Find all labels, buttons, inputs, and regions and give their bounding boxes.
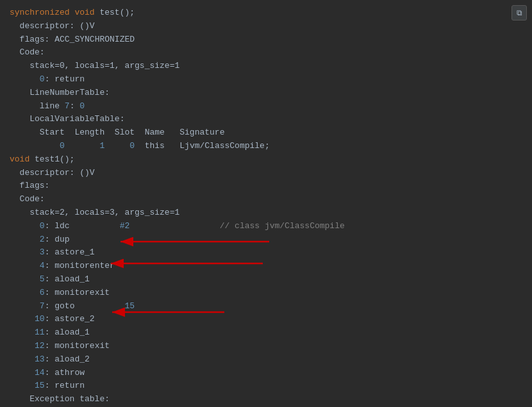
code-line: stack=2, locals=3, args_size=1 bbox=[10, 206, 522, 220]
code-token: flags: bbox=[10, 181, 49, 190]
code-token: Code: bbox=[10, 47, 45, 57]
code-token: void bbox=[74, 8, 99, 17]
code-token bbox=[10, 221, 40, 231]
code-token: 13 bbox=[35, 354, 45, 364]
code-line: 7: goto 15 bbox=[10, 300, 522, 313]
code-line: 0 1 0 this Ljvm/ClassCompile; bbox=[10, 140, 522, 153]
code-line: Code: bbox=[10, 193, 522, 206]
code-line: descriptor: ()V bbox=[10, 167, 522, 180]
code-token: : monitorexit bbox=[45, 341, 110, 351]
code-token bbox=[10, 274, 40, 284]
code-line: descriptor: ()V bbox=[10, 20, 522, 33]
code-token: : ldc bbox=[45, 221, 120, 231]
code-line: Code: bbox=[10, 46, 522, 60]
code-token bbox=[10, 368, 35, 378]
code-token: test(); bbox=[99, 8, 135, 17]
code-token: : monitorexit bbox=[45, 288, 110, 297]
code-token bbox=[10, 301, 40, 311]
code-token bbox=[10, 235, 40, 244]
code-token: 10 bbox=[35, 314, 45, 324]
code-line: 2: dup bbox=[10, 233, 522, 247]
code-line: 3: astore_1 bbox=[10, 246, 522, 260]
code-token bbox=[129, 221, 219, 231]
code-token bbox=[10, 288, 40, 297]
code-token: 15 bbox=[124, 301, 135, 311]
code-token: : athrow bbox=[45, 368, 85, 378]
code-line: stack=0, locals=1, args_size=1 bbox=[10, 60, 522, 73]
code-token: 5 bbox=[40, 274, 45, 284]
code-line: 5: aload_1 bbox=[10, 273, 522, 287]
code-token: 7 bbox=[65, 101, 70, 111]
code-line: 14: athrow bbox=[10, 367, 522, 380]
code-token bbox=[10, 354, 35, 364]
code-token: : aload_1 bbox=[45, 274, 90, 284]
code-token bbox=[10, 381, 35, 390]
code-token: 0 bbox=[129, 141, 135, 151]
code-token bbox=[65, 141, 100, 151]
code-token: Start Length Slot Name Signature bbox=[10, 128, 224, 137]
code-token: 12 bbox=[35, 341, 45, 351]
code-token: 0 bbox=[60, 141, 65, 151]
code-token: : astore_1 bbox=[45, 247, 95, 257]
code-line: 6: monitorexit bbox=[10, 287, 522, 300]
code-token: this Ljvm/ClassCompile; bbox=[135, 141, 270, 151]
code-token: 3 bbox=[40, 247, 45, 257]
code-token: : dup bbox=[45, 235, 70, 244]
code-token: LineNumberTable: bbox=[10, 88, 110, 97]
code-token: : return bbox=[45, 381, 85, 390]
code-token: 14 bbox=[35, 368, 45, 378]
code-token: : aload_1 bbox=[45, 328, 90, 337]
code-token: Exception table: bbox=[10, 394, 110, 404]
code-token: descriptor: ()V bbox=[10, 168, 95, 178]
copy-button[interactable]: ⧉ bbox=[511, 5, 527, 21]
code-token bbox=[10, 314, 35, 324]
code-line: 15: return bbox=[10, 379, 522, 393]
code-token: // class jvm/ClassCompile bbox=[220, 221, 345, 231]
code-token: : return bbox=[45, 74, 85, 84]
code-token bbox=[10, 261, 40, 270]
code-token: 11 bbox=[35, 328, 45, 337]
code-token: #2 bbox=[120, 221, 130, 231]
code-token: 0 bbox=[40, 74, 45, 84]
code-token bbox=[10, 247, 40, 257]
code-line: 4: monitorenter bbox=[10, 260, 522, 273]
code-token: 0 bbox=[40, 221, 45, 231]
code-line: flags: ACC_SYNCHRONIZED bbox=[10, 33, 522, 47]
code-token bbox=[10, 74, 40, 84]
code-token: : bbox=[70, 101, 80, 111]
code-token: line bbox=[10, 101, 65, 111]
code-token: : goto bbox=[45, 301, 125, 311]
code-token: : monitorenter bbox=[45, 261, 115, 270]
code-token: descriptor: ()V bbox=[10, 21, 95, 31]
code-token: 7 bbox=[40, 301, 45, 311]
code-line: LineNumberTable: bbox=[10, 87, 522, 100]
code-token: 15 bbox=[35, 381, 45, 390]
code-line: Exception table: bbox=[10, 393, 522, 406]
code-token bbox=[10, 328, 35, 337]
code-line: 0: ldc #2 // class jvm/ClassCompile bbox=[10, 220, 522, 233]
code-line: synchronized void test(); bbox=[10, 6, 522, 20]
code-token: ACC_SYNCHRONIZED bbox=[54, 35, 135, 44]
code-token: LocalVariableTable: bbox=[10, 114, 124, 124]
code-token: void bbox=[10, 154, 35, 164]
code-token: 2 bbox=[40, 235, 45, 244]
code-token: 6 bbox=[40, 288, 45, 297]
code-token: stack=2, locals=3, args_size=1 bbox=[10, 208, 179, 217]
code-line: 10: astore_2 bbox=[10, 313, 522, 326]
code-token bbox=[104, 141, 129, 151]
code-line: 12: monitorexit bbox=[10, 340, 522, 353]
code-token: : aload_2 bbox=[45, 354, 90, 364]
code-token bbox=[10, 141, 60, 151]
code-token: : astore_2 bbox=[45, 314, 95, 324]
code-line: 13: aload_2 bbox=[10, 353, 522, 367]
code-line: flags: bbox=[10, 179, 522, 193]
code-line: LocalVariableTable: bbox=[10, 113, 522, 126]
code-line: Start Length Slot Name Signature bbox=[10, 126, 522, 140]
code-container: synchronized void test(); descriptor: ()… bbox=[0, 0, 532, 407]
code-line: 11: aload_1 bbox=[10, 326, 522, 340]
code-token bbox=[10, 341, 35, 351]
code-line: void test1(); bbox=[10, 153, 522, 167]
code-token: stack=0, locals=1, args_size=1 bbox=[10, 61, 179, 71]
code-line: line 7: 0 bbox=[10, 100, 522, 113]
code-token: 4 bbox=[40, 261, 45, 270]
